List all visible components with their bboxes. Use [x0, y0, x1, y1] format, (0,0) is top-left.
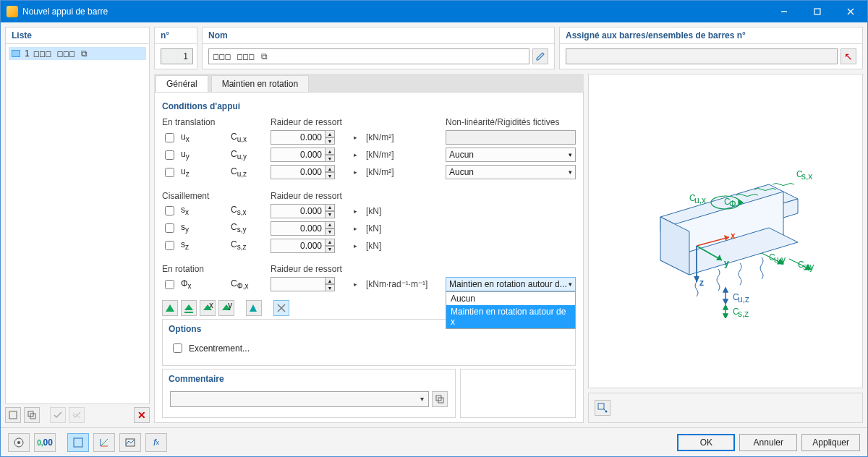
spring-header-3: Raideur de ressort	[271, 264, 366, 274]
name-input[interactable]: □□□ □□□ ⧉	[208, 48, 529, 64]
support-type-2[interactable]	[181, 300, 197, 316]
svg-rect-66	[74, 438, 82, 447]
dropdown-option-rotation-x[interactable]: Maintien en rotation autour de x	[446, 305, 575, 328]
number-input[interactable]	[161, 48, 193, 64]
spring-sx[interactable]: ▲▼	[271, 204, 350, 218]
nonlin-uy[interactable]: Aucun▾	[446, 148, 576, 162]
ok-button[interactable]: OK	[677, 434, 735, 451]
edit-name-button[interactable]	[532, 48, 548, 64]
support-type-1[interactable]	[162, 300, 178, 316]
open-sx[interactable]: ▸	[350, 208, 360, 215]
list-item[interactable]: 1 □□□ □□□ ⧉	[9, 47, 146, 60]
checkbox-sy[interactable]	[165, 223, 174, 233]
svg-marker-54	[723, 299, 728, 304]
svg-rect-1	[814, 9, 820, 14]
nonlin-uz[interactable]: Aucun▾	[446, 165, 576, 179]
close-button[interactable]	[834, 1, 867, 22]
window-buttons	[767, 1, 867, 22]
help-button[interactable]	[8, 433, 30, 452]
spring-uy[interactable]: ▲▼	[271, 148, 350, 162]
titlebar: Nouvel appui de barre	[1, 1, 867, 22]
support-type-free[interactable]	[273, 300, 289, 316]
list-panel: Liste 1 □□□ □□□ ⧉	[5, 27, 150, 404]
pick-member-button[interactable]: ↖	[841, 48, 856, 64]
translation-header: En translation	[162, 117, 231, 127]
minimize-button[interactable]	[767, 1, 801, 22]
svg-point-63	[605, 411, 608, 413]
units-button[interactable]: 0,00	[34, 433, 56, 452]
delete-button[interactable]: ✕	[134, 407, 150, 423]
svg-text:u,x: u,x	[694, 195, 706, 205]
show-diagram-button[interactable]	[67, 433, 89, 452]
dialog-footer: 0,00 fx OK Annuler Appliquer	[1, 427, 867, 456]
open-uz[interactable]: ▸	[350, 168, 360, 176]
list-item-number: 1	[25, 48, 30, 59]
svg-marker-53	[723, 288, 728, 292]
nonlin-phix[interactable]: Maintien en rotation autour d...▾ Aucun …	[446, 277, 576, 291]
copy-button[interactable]	[24, 407, 40, 423]
svg-text:y: y	[724, 258, 729, 268]
svg-marker-38	[694, 276, 699, 282]
spring-header-2: Raideur de ressort	[271, 191, 366, 201]
list-toolbar: ✕	[5, 407, 150, 423]
spring-header-1: Raideur de ressort	[271, 117, 366, 127]
rotation-header: En rotation	[162, 264, 231, 274]
comment-input[interactable]: ▾	[170, 391, 429, 407]
include-button[interactable]	[50, 407, 66, 423]
support-icon	[12, 50, 20, 57]
svg-text:s,z: s,z	[738, 309, 749, 318]
spring-sz[interactable]: ▲▼	[271, 239, 350, 253]
diagram-options-button[interactable]	[595, 400, 610, 416]
nonlin-ux	[446, 130, 576, 145]
svg-marker-57	[723, 314, 728, 318]
apply-button[interactable]: Appliquer	[801, 434, 860, 451]
checkbox-ux[interactable]	[165, 133, 174, 142]
open-uy[interactable]: ▸	[350, 151, 360, 158]
assign-panel: Assigné aux barres/ensembles de barres n…	[559, 27, 863, 69]
picture-button[interactable]	[119, 433, 141, 452]
svg-text:u,z: u,z	[738, 294, 749, 304]
open-sz[interactable]: ▸	[350, 242, 360, 249]
open-sy[interactable]: ▸	[350, 225, 360, 232]
comment-library-button[interactable]	[432, 391, 448, 407]
list-item-label: □□□ □□□ ⧉	[34, 48, 89, 59]
tabstrip: Général Maintien en rotation	[154, 74, 584, 93]
tab-rotation[interactable]: Maintien en rotation	[211, 75, 309, 92]
assign-header: Assigné aux barres/ensembles de barres n…	[560, 27, 862, 44]
assign-input[interactable]	[566, 48, 838, 64]
spring-sy[interactable]: ▲▼	[271, 221, 350, 236]
open-phix[interactable]: ▸	[350, 281, 360, 288]
support-type-3[interactable]: x	[200, 300, 216, 316]
function-button[interactable]: fx	[145, 433, 167, 452]
cancel-button[interactable]: Annuler	[739, 434, 797, 451]
svg-text:x: x	[731, 231, 736, 241]
checkbox-sz[interactable]	[165, 241, 174, 250]
spring-uz[interactable]: ▲▼	[271, 165, 350, 179]
exclude-button[interactable]	[69, 407, 85, 423]
comment-title: Commentaire	[163, 371, 455, 387]
svg-point-65	[17, 441, 20, 444]
svg-marker-56	[723, 305, 728, 309]
svg-text:Φ: Φ	[729, 199, 736, 209]
axes-button[interactable]	[93, 433, 115, 452]
maximize-button[interactable]	[801, 1, 834, 22]
spring-ux[interactable]: ▲▼	[271, 130, 350, 145]
dropdown-option-none[interactable]: Aucun	[446, 292, 575, 305]
number-header: n°	[155, 27, 197, 44]
svg-text:y: y	[228, 303, 232, 310]
support-type-5[interactable]	[246, 300, 262, 316]
checkbox-uz[interactable]	[165, 168, 174, 177]
checkbox-uy[interactable]	[165, 150, 174, 160]
tab-general[interactable]: Général	[156, 75, 208, 92]
support-type-4[interactable]: y	[218, 300, 234, 316]
eccentricity-checkbox[interactable]: Excentrement...	[170, 341, 568, 355]
open-ux[interactable]: ▸	[350, 134, 360, 141]
comment-panel: Commentaire ▾	[162, 369, 456, 418]
dialog-window: Nouvel appui de barre Liste 1 □□□ □□□ ⧉	[0, 0, 868, 457]
new-button[interactable]	[5, 407, 21, 423]
shear-header: Cisaillement	[162, 191, 231, 201]
checkbox-phix[interactable]	[165, 280, 174, 289]
window-title: Nouvel appui de barre	[22, 7, 767, 17]
checkbox-sx[interactable]	[165, 206, 174, 215]
spring-phix[interactable]: ▲▼	[271, 277, 350, 291]
